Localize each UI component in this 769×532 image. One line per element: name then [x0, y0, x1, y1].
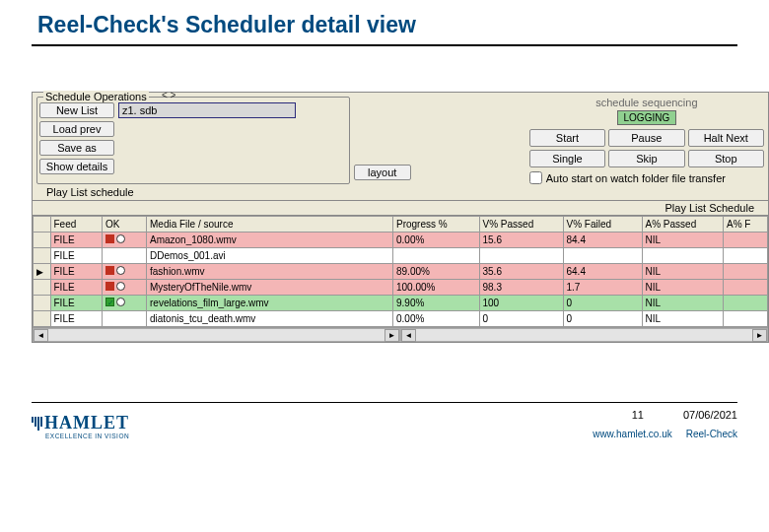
playlist-grid: Play List Schedule Feed OK Media File / …	[33, 200, 768, 342]
schedule-ops-legend: Schedule Operations	[43, 91, 149, 102]
schedule-filename-field[interactable]: z1. sdb	[118, 102, 296, 118]
pause-button[interactable]: Pause	[608, 129, 684, 147]
slide-title: Reel-Check's Scheduler detail view	[0, 0, 769, 44]
save-as-button[interactable]: Save as	[39, 140, 114, 156]
status-error-icon	[105, 282, 114, 291]
status-circle-icon	[116, 234, 125, 243]
schedule-operations-group: Schedule Operations < > New List z1. sdb…	[36, 97, 350, 184]
nav-arrows-icon[interactable]: < >	[162, 90, 175, 100]
scroll-right-icon-2[interactable]: ►	[752, 329, 767, 342]
new-list-button[interactable]: New List	[39, 102, 114, 118]
table-row[interactable]: FILEMysteryOfTheNile.wmv100.00%98.31.7NI…	[34, 280, 768, 296]
status-error-icon	[105, 266, 114, 275]
playlist-grid-heading: Play List Schedule	[33, 201, 768, 216]
status-circle-icon	[116, 298, 125, 306]
slide-date: 07/06/2021	[683, 409, 737, 421]
stop-button[interactable]: Stop	[688, 150, 764, 167]
footer-url: www.hamlet.co.uk	[593, 429, 672, 439]
table-row[interactable]: FILEDDemos_001.avi	[34, 248, 768, 264]
logo-tagline: EXCELLENCE IN VISION	[45, 432, 581, 439]
app-window: Schedule Operations < > New List z1. sdb…	[32, 92, 769, 343]
col-ax[interactable]: A% F	[724, 217, 768, 233]
table-row[interactable]: FILEAmazon_1080.wmv0.00%15.684.4NIL	[34, 233, 768, 248]
auto-start-label: Auto start on watch folder file transfer	[546, 172, 726, 184]
status-circle-icon	[116, 266, 125, 275]
hscroll-right[interactable]: ◄ ►	[400, 328, 768, 342]
sequencing-panel: schedule sequencing LOGGING Start Pause …	[529, 97, 764, 184]
col-ok[interactable]: OK	[103, 217, 147, 233]
table-row[interactable]: FILEdiatonis_tcu_death.wmv0.00%00NIL	[34, 311, 768, 327]
scroll-right-icon[interactable]: ►	[384, 329, 399, 342]
col-apassed[interactable]: A% Passed	[642, 217, 724, 233]
status-error-icon	[105, 234, 114, 243]
scroll-left-icon[interactable]: ◄	[34, 329, 48, 342]
logo-text: HAMLET	[44, 413, 129, 433]
status-ok-icon	[105, 298, 114, 306]
col-vpassed[interactable]: V% Passed	[479, 217, 563, 233]
title-rule	[32, 44, 737, 46]
col-progress[interactable]: Progress %	[393, 217, 480, 233]
page-number: 11	[632, 409, 644, 421]
single-button[interactable]: Single	[529, 150, 605, 167]
column-header-row: Feed OK Media File / source Progress % V…	[34, 217, 768, 233]
start-button[interactable]: Start	[529, 129, 605, 147]
halt-next-button[interactable]: Halt Next	[688, 129, 764, 147]
table-row[interactable]: FILErevelations_film_large.wmv9.90%1000N…	[34, 296, 768, 311]
auto-start-checkbox[interactable]	[529, 171, 542, 184]
load-prev-button[interactable]: Load prev	[39, 121, 114, 137]
row-selector-icon: ▶	[36, 267, 43, 277]
logo-block: HAMLET EXCELLENCE IN VISION	[32, 413, 581, 439]
table-row[interactable]: ▶FILEfashion.wmv89.00%35.664.4NIL	[34, 264, 768, 280]
show-details-button[interactable]: Show details	[39, 159, 114, 174]
skip-button[interactable]: Skip	[608, 150, 684, 167]
col-vfailed[interactable]: V% Failed	[563, 217, 642, 233]
col-feed[interactable]: Feed	[50, 217, 103, 233]
layout-button[interactable]: layout	[354, 165, 411, 180]
sequencing-title: schedule sequencing	[529, 97, 764, 108]
logo-icon	[32, 417, 42, 431]
footer-product: Reel-Check	[686, 429, 737, 439]
scroll-left-icon-2[interactable]: ◄	[401, 329, 416, 342]
grid-scrollbar-row: ◄ ► ◄ ►	[33, 327, 768, 342]
playlist-tab-label: Play List schedule	[46, 186, 768, 198]
col-media[interactable]: Media File / source	[147, 217, 393, 233]
logging-badge: LOGGING	[617, 110, 677, 125]
hscroll-left[interactable]: ◄ ►	[33, 328, 400, 342]
status-circle-icon	[116, 282, 125, 291]
